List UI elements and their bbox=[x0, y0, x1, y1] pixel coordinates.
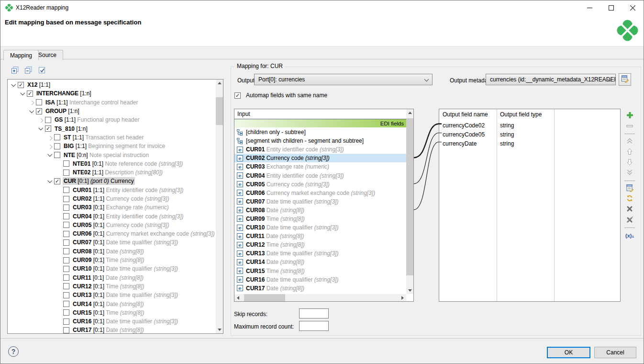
check-visible-button[interactable] bbox=[37, 66, 47, 76]
input-field-item[interactable]: eCUR14 Date (string[8]) bbox=[234, 258, 406, 266]
tree-checkbox[interactable] bbox=[63, 187, 69, 193]
collapse-all-button[interactable] bbox=[23, 66, 33, 76]
input-field-item[interactable]: eCUR06 Currency market exchange code (st… bbox=[234, 189, 406, 197]
tree-item[interactable]: GS [1:1] Functional group header bbox=[8, 115, 216, 124]
scroll-right-button[interactable] bbox=[399, 294, 406, 301]
tree-checkbox[interactable] bbox=[63, 301, 69, 307]
input-field-item[interactable]: eCUR08 Date (string[8]) bbox=[234, 206, 406, 215]
scroll-track[interactable] bbox=[406, 116, 413, 287]
tree-checkbox[interactable]: ✓ bbox=[18, 82, 24, 88]
tree-item[interactable]: CUR02 [1:1] Currency code (string[3]) bbox=[8, 194, 216, 203]
tree-item[interactable]: CUR15 [0:1] Time (string[8]) bbox=[8, 308, 216, 317]
tree-item[interactable]: CUR06 [0:1] Currency market exchange cod… bbox=[8, 229, 216, 238]
tree-checkbox[interactable] bbox=[63, 248, 69, 254]
tree-item[interactable]: ✓TS_810 [1:n] bbox=[8, 124, 216, 133]
tree-item[interactable]: CUR01 [1:1] Entity identifier code (stri… bbox=[8, 186, 216, 194]
max-record-count-input[interactable] bbox=[299, 321, 329, 331]
input-field-item[interactable]: eCUR09 Time (string[8]) bbox=[234, 215, 406, 223]
tree-item[interactable]: CUR16 [0:1] Date time qualifier (string[… bbox=[8, 317, 216, 326]
tree-item[interactable]: CUR04 [0:1] Entity identifier code (stri… bbox=[8, 212, 216, 220]
input-field-item[interactable]: eCUR17 Date (string[8]) bbox=[234, 284, 406, 293]
scroll-left-button[interactable] bbox=[234, 294, 242, 301]
minimize-button[interactable] bbox=[579, 0, 600, 15]
tree-checkbox[interactable] bbox=[63, 327, 69, 333]
automap-checkbox[interactable]: ✓ bbox=[234, 92, 241, 99]
tree-item[interactable]: NTE01 [0:1] Note reference code (string[… bbox=[8, 159, 216, 168]
input-field-item[interactable]: eCUR16 Date time qualifier (string[3]) bbox=[234, 275, 406, 284]
input-fields-panel[interactable]: Input EDI fields [children only - subtre… bbox=[234, 109, 414, 302]
chevron-down-icon[interactable] bbox=[46, 180, 54, 183]
tree-item[interactable]: ST [1:1] Transaction set header bbox=[8, 133, 216, 142]
input-field-item[interactable]: eCUR03 Exchange rate (numeric) bbox=[234, 162, 406, 171]
tree-checkbox[interactable] bbox=[63, 222, 69, 228]
input-vertical-scrollbar[interactable] bbox=[406, 109, 413, 294]
output-select[interactable]: Port[0]: currencies bbox=[254, 74, 433, 85]
tree-checkbox[interactable] bbox=[63, 205, 69, 211]
move-first-button[interactable] bbox=[624, 137, 635, 146]
input-horizontal-scrollbar[interactable] bbox=[234, 294, 406, 301]
scroll-track[interactable] bbox=[216, 87, 223, 326]
maximize-button[interactable] bbox=[600, 0, 622, 15]
tree-checkbox[interactable] bbox=[54, 134, 60, 140]
expression-mapping-button[interactable]: (x)₁ bbox=[624, 231, 635, 240]
tree-vertical-scrollbar[interactable] bbox=[216, 80, 223, 333]
scroll-thumb[interactable] bbox=[244, 294, 285, 301]
tree-item[interactable]: CUR10 [0:1] Date time qualifier (string[… bbox=[8, 264, 216, 273]
tree-item[interactable]: NTE [0:n] Note special instruction bbox=[8, 150, 216, 159]
tree-checkbox[interactable]: ✓ bbox=[54, 178, 60, 184]
tree-item[interactable]: CUR14 [0:1] Date (string[8]) bbox=[8, 299, 216, 308]
scroll-track[interactable] bbox=[242, 294, 399, 301]
tree-checkbox[interactable]: ✓ bbox=[36, 108, 42, 114]
tree-checkbox[interactable] bbox=[63, 266, 69, 272]
help-icon[interactable]: ? bbox=[8, 346, 19, 357]
remove-field-button[interactable] bbox=[624, 122, 635, 131]
reload-mapping-button[interactable] bbox=[624, 194, 635, 204]
tree-checkbox[interactable]: ✓ bbox=[45, 125, 51, 132]
tree-checkbox[interactable] bbox=[63, 257, 69, 263]
move-down-button[interactable] bbox=[624, 158, 635, 167]
tree-item[interactable]: ISA [1:1] Interchange control header bbox=[8, 98, 216, 107]
input-field-item[interactable]: eCUR12 Time (string[8]) bbox=[234, 240, 406, 249]
scroll-up-button[interactable] bbox=[406, 109, 413, 116]
tree-checkbox[interactable] bbox=[63, 309, 69, 316]
spec-tree[interactable]: ✓X12 [1:1]✓INTERCHANGE [1:n]ISA [1:1] In… bbox=[7, 79, 223, 334]
move-last-button[interactable] bbox=[624, 169, 635, 178]
input-field-item[interactable]: eCUR11 Date (string[8]) bbox=[234, 232, 406, 240]
metadata-editor-button[interactable] bbox=[624, 184, 635, 193]
tree-checkbox[interactable] bbox=[63, 213, 69, 219]
close-button[interactable] bbox=[622, 0, 644, 15]
chevron-right-icon[interactable] bbox=[28, 101, 36, 104]
tree-checkbox[interactable] bbox=[63, 196, 69, 202]
chevron-down-icon[interactable] bbox=[28, 110, 36, 113]
scroll-down-button[interactable] bbox=[406, 287, 413, 294]
tree-item[interactable]: NTE02 [1:1] Description (string[80]) bbox=[8, 168, 216, 177]
tree-checkbox[interactable] bbox=[63, 239, 69, 246]
tree-checkbox[interactable] bbox=[54, 143, 60, 149]
tree-item[interactable]: CUR12 [0:1] Time (string[8]) bbox=[8, 282, 216, 291]
edit-metadata-button[interactable] bbox=[619, 73, 631, 86]
tree-checkbox[interactable]: ✓ bbox=[27, 91, 33, 97]
tree-item[interactable]: CUR11 [0:1] Date (string[8]) bbox=[8, 273, 216, 282]
tree-item[interactable]: ✓CUR [0:1] (port 0) Currency bbox=[8, 177, 216, 185]
tree-checkbox[interactable] bbox=[45, 117, 51, 123]
tree-checkbox[interactable] bbox=[63, 283, 69, 289]
tab-mapping[interactable]: Mapping bbox=[3, 50, 39, 60]
tree-item[interactable]: ✓GROUP [1:n] bbox=[8, 107, 216, 115]
chevron-right-icon[interactable] bbox=[46, 136, 54, 139]
ok-button[interactable]: OK bbox=[547, 347, 590, 358]
input-field-item[interactable]: eCUR04 Entity identifier code (string[3]… bbox=[234, 171, 406, 180]
chevron-down-icon[interactable] bbox=[10, 83, 18, 87]
tree-item[interactable]: ✓X12 [1:1] bbox=[8, 80, 216, 89]
move-up-button[interactable] bbox=[624, 148, 635, 157]
tree-checkbox[interactable] bbox=[36, 99, 42, 105]
input-field-item[interactable]: eCUR02 Currency code (string[3]) bbox=[234, 154, 406, 162]
tree-checkbox[interactable] bbox=[63, 274, 69, 281]
input-field-item[interactable]: eCUR01 Entity identifier code (string[3]… bbox=[234, 145, 406, 154]
delete-mapping-button[interactable] bbox=[624, 205, 635, 214]
skip-records-input[interactable] bbox=[299, 308, 329, 318]
scroll-thumb[interactable] bbox=[216, 97, 223, 125]
tree-checkbox[interactable] bbox=[54, 152, 60, 158]
output-fields-table[interactable]: Output field name Output field type curr… bbox=[439, 109, 621, 302]
tree-checkbox[interactable] bbox=[63, 170, 69, 176]
table-row[interactable]: currencyDatestring bbox=[439, 139, 620, 148]
